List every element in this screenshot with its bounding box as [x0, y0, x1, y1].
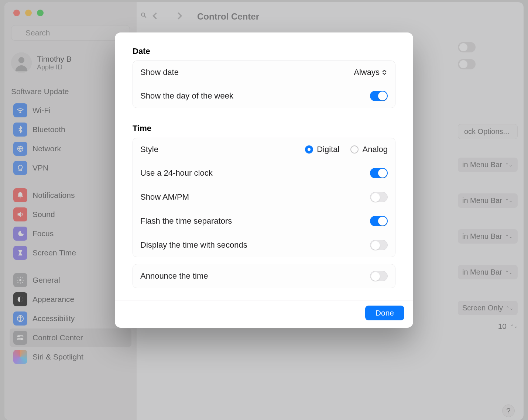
date-group: Show date Always Show the day of the wee…: [133, 61, 395, 108]
flash-row: Flash the time separators: [133, 209, 395, 233]
show-date-label: Show date: [140, 68, 354, 77]
show-day-toggle[interactable]: [370, 91, 388, 101]
announce-row: Announce the time: [133, 264, 395, 288]
announce-label: Announce the time: [140, 271, 370, 281]
popup-chevrons-icon: [382, 70, 388, 75]
seconds-row: Display the time with seconds: [133, 233, 395, 257]
style-row: Style Digital Analog: [133, 138, 395, 161]
time-group: Style Digital Analog Use a 24-hour clock…: [133, 138, 395, 257]
show-day-row: Show the day of the week: [133, 84, 395, 108]
style-digital-radio[interactable]: Digital: [305, 145, 339, 154]
sheet-body: Date Show date Always Show the day of th…: [115, 32, 413, 300]
show-date-row: Show date Always: [133, 61, 395, 84]
done-button[interactable]: Done: [365, 306, 404, 320]
ampm-row: Show AM/PM: [133, 185, 395, 209]
style-analog-radio[interactable]: Analog: [350, 145, 388, 154]
ampm-toggle[interactable]: [370, 192, 388, 202]
ampm-label: Show AM/PM: [140, 192, 370, 202]
date-header: Date: [133, 47, 395, 56]
time-header: Time: [133, 124, 395, 133]
seconds-label: Display the time with seconds: [140, 240, 370, 250]
h24-toggle[interactable]: [370, 168, 388, 178]
show-day-label: Show the day of the week: [140, 91, 370, 101]
style-label: Style: [140, 145, 305, 154]
announce-group: Announce the time: [133, 264, 395, 288]
show-date-popup[interactable]: Always: [354, 68, 388, 77]
h24-label: Use a 24-hour clock: [140, 168, 370, 178]
seconds-toggle[interactable]: [370, 240, 388, 250]
clock-options-sheet: Date Show date Always Show the day of th…: [115, 32, 413, 328]
sheet-footer: Done: [115, 300, 413, 328]
style-radio-set: Digital Analog: [305, 145, 388, 154]
flash-toggle[interactable]: [370, 216, 388, 226]
flash-label: Flash the time separators: [140, 216, 370, 226]
announce-toggle[interactable]: [370, 271, 388, 281]
h24-row: Use a 24-hour clock: [133, 161, 395, 185]
show-date-value: Always: [354, 68, 380, 77]
